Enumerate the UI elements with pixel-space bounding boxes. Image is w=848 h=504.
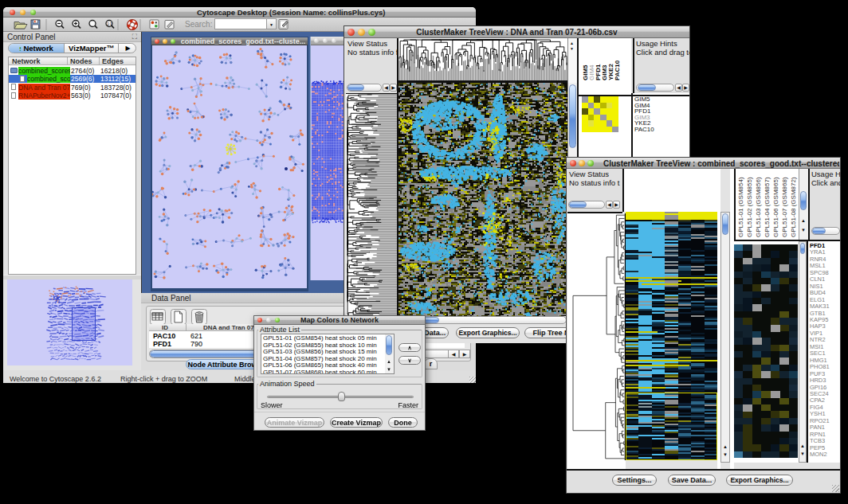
svg-text:1:1: 1:1 (107, 22, 112, 26)
